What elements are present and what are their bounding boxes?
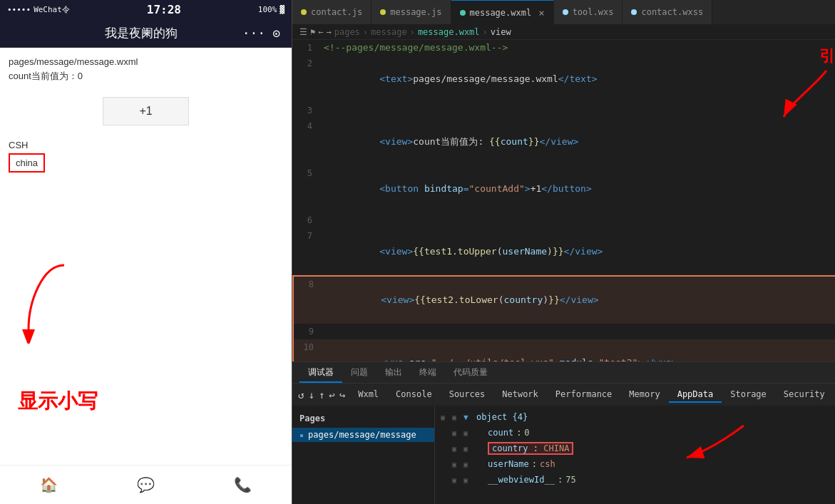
- code-line-1: 1 <!--pages/message/message.wxml-->: [292, 40, 835, 56]
- phone-content-area: pages/message/message.wxml count当前值为：0 +…: [0, 48, 292, 465]
- data-row-webviewid: ▣ ▣ __webviewId__ : 75: [438, 472, 835, 488]
- pages-panel: Pages ▪ pages/message/message: [292, 406, 435, 504]
- code-line-6: 6: [292, 212, 835, 228]
- arrow-left-annotation: [21, 258, 78, 344]
- appdata-panel: ▣ ▣ ▼ object {4} ▣ ▣ count : 0: [435, 406, 835, 504]
- battery-icon: ▓: [280, 5, 285, 14]
- undo-icon[interactable]: ↩: [329, 389, 334, 401]
- breadcrumb-current: view: [491, 27, 511, 37]
- tab-tool-wxs[interactable]: tool.wxs: [554, 0, 623, 25]
- phone-bottom-nav: 🏠 💬 📞: [0, 465, 292, 504]
- code-line-2: 2 <text>pages/message/message.wxml</text…: [292, 56, 835, 103]
- tab-security[interactable]: Security: [775, 387, 834, 403]
- down-icon[interactable]: ↓: [308, 389, 314, 401]
- camera-icon[interactable]: ⊙: [272, 26, 280, 41]
- plus-button[interactable]: +1: [103, 97, 188, 125]
- editor-panel: contact.js message.js message.wxml × too…: [292, 0, 835, 504]
- nav-home[interactable]: 🏠: [40, 476, 58, 493]
- breadcrumb-bookmark-icon: ⚑: [310, 27, 315, 37]
- bottom-toolbar: ↺ ↓ ↑ ↩ ↪ Wxml Console Sources Network P…: [292, 384, 835, 406]
- tab-debugger[interactable]: 调试器: [299, 364, 342, 383]
- redo-icon[interactable]: ↪: [339, 389, 345, 401]
- tab-problems[interactable]: 问题: [342, 364, 376, 383]
- code-line-3: 3: [292, 103, 835, 118]
- chat-icon: 💬: [137, 476, 155, 493]
- breadcrumb-forward-icon[interactable]: →: [326, 27, 331, 37]
- nav-chat[interactable]: 💬: [137, 476, 155, 493]
- bottom-panel: 调试器 问题 输出 终端 代码质量 ↺ ↓ ↑ ↩ ↪ Wxml Console…: [292, 361, 835, 504]
- page-icon: ▪: [299, 431, 304, 439]
- annotation-xiaoxi: 显示小写: [18, 388, 98, 415]
- up-icon[interactable]: ↑: [319, 389, 324, 401]
- editor-tabs: contact.js message.js message.wxml × too…: [292, 0, 835, 25]
- tab-output[interactable]: 输出: [376, 364, 411, 383]
- network-label: WeChat令: [34, 4, 70, 15]
- tab-label: message.wxml: [470, 8, 532, 18]
- file-path-display: pages/message/message.wxml: [9, 56, 283, 67]
- country-value-highlight: country : CHINA: [488, 442, 573, 455]
- signal-dots: •••••: [7, 5, 31, 14]
- battery-area: 100% ▓: [258, 5, 285, 14]
- tab-performance[interactable]: Performance: [547, 387, 620, 403]
- code-line-4: 4 <view>count当前值为: {{count}}</view>: [292, 118, 835, 165]
- phone-simulator: ••••• WeChat令 17:28 100% ▓ 我是夜阑的狗 ··· ⊙ …: [0, 0, 292, 504]
- tab-quality[interactable]: 代码质量: [445, 364, 496, 383]
- code-line-10: 10 <wxs src="../../utils/tool.wxs" modul…: [292, 339, 835, 361]
- tab-memory[interactable]: Memory: [620, 387, 668, 403]
- tab-dot-icon: [563, 9, 568, 15]
- phone-status-bar: ••••• WeChat令 17:28 100% ▓: [0, 0, 292, 19]
- tab-sources[interactable]: Sources: [441, 387, 494, 403]
- plus-button-area: +1: [9, 97, 283, 125]
- tab-label: tool.wxs: [573, 7, 614, 17]
- tab-network[interactable]: Network: [493, 387, 547, 403]
- code-line-5: 5 <button bindtap="countAdd">+1</button>: [292, 165, 835, 212]
- csh-label: CSH: [9, 140, 283, 150]
- tab-dot-icon: [380, 9, 386, 15]
- tab-label: message.js: [390, 7, 441, 17]
- tab-label: contact.wxss: [641, 7, 703, 17]
- code-line-7: 7 <view>{{test1.toUpper(userName)}}</vie…: [292, 228, 835, 275]
- data-row-country: ▣ ▣ country : CHINA: [438, 441, 835, 456]
- data-row-username: ▣ ▣ userName : csh: [438, 456, 835, 472]
- phone-icon: 📞: [234, 476, 252, 493]
- wechat-page-title: 我是夜阑的狗: [105, 25, 178, 41]
- breadcrumb-back-icon[interactable]: ←: [318, 27, 323, 37]
- tab-dot-icon: [631, 9, 637, 15]
- china-box: china: [9, 153, 45, 173]
- tab-appdata[interactable]: AppData: [669, 387, 722, 403]
- tab-contact-wxss[interactable]: contact.wxss: [623, 0, 712, 25]
- breadcrumb: ☰ ⚑ ← → pages › message › message.wxml ›…: [292, 25, 835, 40]
- nav-phone[interactable]: 📞: [234, 476, 252, 493]
- wechat-titlebar: 我是夜阑的狗 ··· ⊙: [0, 19, 292, 48]
- pages-item-label: pages/message/message: [308, 430, 416, 440]
- tab-console[interactable]: Console: [387, 387, 441, 403]
- tab-terminal[interactable]: 终端: [411, 364, 445, 383]
- battery-label: 100%: [258, 5, 277, 14]
- time-display: 17:28: [147, 3, 181, 16]
- bottom-content: Pages ▪ pages/message/message: [292, 406, 835, 504]
- home-icon: 🏠: [40, 476, 58, 493]
- tab-contact-js[interactable]: contact.js: [292, 0, 372, 25]
- pages-title: Pages: [292, 412, 434, 428]
- editor-main: 引入外联并调用 1 <!--pages/message/message.wxml…: [292, 40, 835, 504]
- code-line-9: 9: [292, 324, 835, 339]
- code-line-8: 8 <view>{{test2.toLower(country)}}</view…: [292, 275, 835, 324]
- tab-message-js[interactable]: message.js: [372, 0, 451, 25]
- breadcrumb-file: message.wxml: [418, 27, 480, 37]
- tab-dot-icon: [301, 9, 307, 15]
- count-display: count当前值为：0: [9, 70, 283, 83]
- tab-storage[interactable]: Storage: [722, 387, 775, 403]
- devtools-tabs: Wxml Console Sources Network Performance…: [349, 387, 835, 403]
- breadcrumb-menu-icon: ☰: [299, 27, 307, 37]
- pages-item-message[interactable]: ▪ pages/message/message: [292, 428, 434, 442]
- tab-dot-icon: [460, 10, 466, 16]
- tab-wxml[interactable]: Wxml: [349, 387, 387, 403]
- bottom-tabs: 调试器 问题 输出 终端 代码质量: [292, 362, 835, 384]
- code-editor[interactable]: 1 <!--pages/message/message.wxml--> 2 <t…: [292, 40, 835, 361]
- more-dots-icon[interactable]: ···: [242, 26, 266, 41]
- tab-message-wxml[interactable]: message.wxml ×: [451, 0, 554, 25]
- refresh-icon[interactable]: ↺: [298, 389, 304, 401]
- tab-close-icon[interactable]: ×: [538, 7, 544, 19]
- data-row-count: ▣ ▣ count : 0: [438, 425, 835, 441]
- wechat-title-actions: ··· ⊙: [242, 26, 280, 41]
